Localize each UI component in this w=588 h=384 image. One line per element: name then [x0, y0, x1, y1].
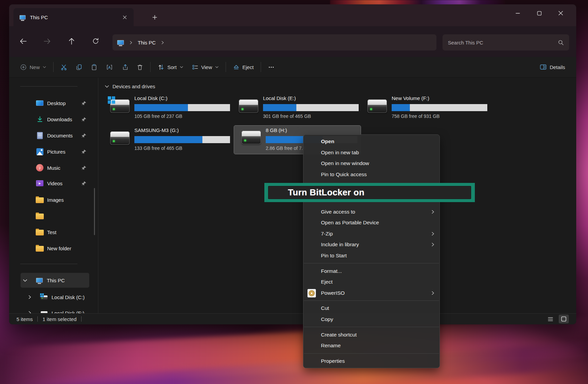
menu-item-pin-quick-access[interactable]: Pin to Quick access	[303, 169, 439, 180]
drive-tile-g[interactable]: SAMSUNG-M3 (G:) 133 GB free of 465 GB	[110, 127, 232, 154]
menu-item-rename[interactable]: Rename	[303, 340, 439, 351]
sidebar-item-new-folder[interactable]: New folder	[21, 241, 89, 256]
close-button[interactable]	[550, 4, 571, 22]
menu-item-cut[interactable]: Cut	[303, 303, 439, 314]
more-options-button[interactable]	[264, 60, 279, 74]
drive-free-space: 758 GB free of 931 GB	[392, 114, 487, 119]
menu-item-format[interactable]: Format...	[303, 265, 439, 277]
file-explorer-window: This PC	[9, 4, 576, 324]
drive-tile-e[interactable]: Local Disk (E:) 301 GB free of 465 GB	[239, 95, 361, 122]
new-button[interactable]: New	[16, 60, 51, 74]
folder-icon	[36, 246, 44, 252]
sidebar-item-local-disk-c[interactable]: Local Disk (C:)	[21, 290, 89, 305]
drive-icon	[241, 131, 261, 144]
share-button[interactable]	[117, 60, 132, 74]
drive-free-space: 133 GB free of 465 GB	[134, 146, 230, 151]
chevron-right-icon[interactable]	[129, 41, 133, 44]
drive-tile-f[interactable]: New Volume (F:) 758 GB free of 931 GB	[367, 95, 489, 122]
menu-item-give-access[interactable]: Give access to	[303, 206, 439, 217]
status-separator	[37, 316, 38, 322]
navigation-pane: Desktop Downloads Documents Pictures ♪ M…	[9, 77, 98, 313]
menu-item-properties[interactable]: Properties	[303, 356, 439, 367]
drive-name: 8 GB (H:)	[266, 127, 357, 135]
folder-icon	[36, 230, 44, 235]
minimize-button[interactable]	[507, 4, 528, 22]
menu-item-turn-bitlocker-on[interactable]: Turn BitLocker on	[268, 186, 471, 199]
cut-button[interactable]	[56, 60, 71, 74]
sidebar-item-pictures[interactable]: Pictures	[21, 144, 89, 159]
context-menu: Open Open in new tab Open in new window …	[303, 134, 440, 368]
sidebar-scrollbar[interactable]	[94, 188, 95, 235]
menu-item-poweriso[interactable]: PowerISO	[303, 288, 439, 299]
search-icon[interactable]	[558, 40, 564, 45]
pin-icon	[81, 181, 87, 186]
eject-label: Eject	[242, 64, 254, 70]
chevron-down-icon[interactable]	[23, 278, 27, 283]
drive-icon	[110, 131, 130, 145]
menu-item-eject[interactable]: Eject	[303, 277, 439, 288]
sidebar-item-folder[interactable]	[21, 209, 89, 223]
menu-item-pin-to-start[interactable]: Pin to Start	[303, 250, 439, 261]
navigation-bar: This PC Search This PC	[9, 26, 576, 57]
copy-button[interactable]	[71, 60, 87, 74]
capacity-bar	[263, 104, 359, 111]
refresh-button[interactable]	[89, 35, 102, 47]
details-button[interactable]: Details	[535, 60, 569, 74]
menu-item-7zip[interactable]: 7-Zip	[303, 228, 439, 239]
chevron-right-icon[interactable]	[28, 295, 32, 299]
command-toolbar: New A Sor	[9, 57, 576, 77]
maximize-button[interactable]	[528, 4, 550, 22]
new-tab-button[interactable]	[150, 12, 159, 22]
breadcrumb[interactable]: This PC	[138, 40, 156, 45]
sort-button[interactable]: Sort	[153, 60, 188, 74]
tab-title: This PC	[30, 14, 116, 20]
chevron-right-icon[interactable]	[161, 41, 164, 44]
sidebar-item-images[interactable]: Images	[21, 192, 89, 207]
menu-item-copy[interactable]: Copy	[303, 314, 439, 325]
search-input[interactable]: Search This PC	[443, 34, 569, 51]
sidebar-item-test[interactable]: Test	[21, 225, 89, 239]
drive-free-space: 301 GB free of 465 GB	[263, 114, 359, 119]
large-icons-view-button[interactable]	[559, 315, 569, 323]
this-pc-icon	[117, 40, 124, 45]
menu-item-open-new-tab[interactable]: Open in new tab	[303, 147, 439, 158]
drive-tile-c[interactable]: Local Disk (C:) 105 GB free of 237 GB	[110, 95, 232, 122]
menu-item-create-shortcut[interactable]: Create shortcut	[303, 329, 439, 340]
sidebar-item-desktop[interactable]: Desktop	[21, 96, 89, 110]
menu-separator	[304, 327, 439, 327]
music-icon: ♪	[36, 164, 43, 171]
rename-button[interactable]: A	[102, 60, 117, 74]
delete-button[interactable]	[132, 60, 148, 74]
explorer-tab[interactable]: This PC	[13, 8, 134, 26]
chevron-down-icon[interactable]	[105, 84, 109, 89]
rename-icon: A	[106, 64, 113, 70]
paste-button[interactable]	[87, 60, 102, 74]
details-view-button[interactable]	[545, 315, 555, 323]
tab-close-icon[interactable]	[120, 13, 129, 22]
view-button[interactable]: View	[188, 60, 223, 74]
pin-icon	[81, 117, 87, 122]
forward-button[interactable]	[41, 35, 54, 47]
menu-item-open-new-window[interactable]: Open in new window	[303, 158, 439, 169]
sidebar-item-downloads[interactable]: Downloads	[21, 112, 89, 127]
details-view-icon	[548, 317, 553, 322]
sidebar-separator	[20, 86, 77, 87]
up-button[interactable]	[65, 35, 78, 47]
back-button[interactable]	[17, 35, 29, 47]
drive-icon	[239, 99, 258, 113]
menu-item-open[interactable]: Open	[303, 136, 439, 147]
new-label: New	[30, 64, 40, 70]
status-bar: 5 items 1 item selected	[9, 313, 576, 324]
sidebar-item-videos[interactable]: ▶ Videos	[21, 176, 89, 191]
this-pc-icon	[36, 278, 43, 283]
videos-icon: ▶	[36, 180, 43, 186]
group-header[interactable]: Devices and drives	[105, 84, 155, 89]
eject-button[interactable]: Eject	[229, 60, 258, 74]
desktop-icon	[36, 100, 43, 106]
sidebar-item-this-pc[interactable]: This PC	[21, 273, 89, 288]
address-bar[interactable]: This PC	[112, 34, 436, 51]
menu-item-include-library[interactable]: Include in library	[303, 239, 439, 250]
sidebar-item-music[interactable]: ♪ Music	[21, 160, 89, 175]
sidebar-item-documents[interactable]: Documents	[21, 128, 89, 143]
menu-item-open-portable[interactable]: Open as Portable Device	[303, 217, 439, 228]
